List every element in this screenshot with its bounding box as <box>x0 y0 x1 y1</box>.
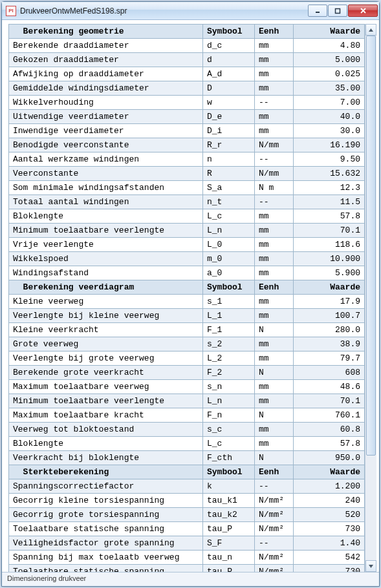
row-label: Bloklengte <box>9 437 203 451</box>
svg-marker-5 <box>369 565 373 568</box>
row-label: Veerweg tot bloktoestand <box>9 423 203 437</box>
row-unit: N/mm <box>255 167 294 181</box>
row-unit: -- <box>255 536 294 551</box>
statusbar: Dimensionering drukveer <box>2 572 379 586</box>
row-value: 40.0 <box>294 110 365 124</box>
row-value: 5.900 <box>294 266 365 280</box>
scroll-down-arrow[interactable] <box>365 560 376 572</box>
row-unit: mm <box>255 266 294 280</box>
row-value: 730 <box>294 565 365 572</box>
row-unit: mm <box>255 238 294 252</box>
row-value: 17.9 <box>294 295 365 309</box>
row-unit: -- <box>255 195 294 209</box>
row-label: Minimum toelaatbare veerlengte <box>9 224 203 238</box>
titlebar[interactable]: PI DrukveerOntwMetFedS198.spr <box>2 2 379 20</box>
row-symbol: S_F <box>203 536 255 551</box>
row-symbol: F_2 <box>203 366 255 380</box>
row-unit: N <box>255 366 294 380</box>
vertical-scrollbar[interactable] <box>365 24 376 572</box>
row-value: 5.000 <box>294 53 365 67</box>
row-symbol: A_d <box>203 67 255 81</box>
row-unit: mm <box>255 337 294 352</box>
row-value: 1.200 <box>294 479 365 494</box>
scroll-thumb[interactable] <box>366 36 376 456</box>
row-unit: mm <box>255 110 294 124</box>
row-label: Gecorrig grote torsiespanning <box>9 508 203 522</box>
window: PI DrukveerOntwMetFedS198.spr Berekening… <box>1 1 380 587</box>
row-value: 0.025 <box>294 67 365 81</box>
row-value: 7.00 <box>294 96 365 110</box>
row-symbol: L_0 <box>203 238 255 252</box>
row-label: Veerconstante <box>9 167 203 181</box>
row-label: Berekende draaddiameter <box>9 39 203 53</box>
row-symbol: L_c <box>203 209 255 224</box>
row-label: Toelaatbare statische spanning <box>9 522 203 536</box>
row-unit: mm <box>255 224 294 238</box>
col-symbol-header: Symbool <box>203 465 255 479</box>
row-symbol: s_1 <box>203 295 255 309</box>
maximize-button[interactable] <box>328 5 347 17</box>
row-symbol: s_n <box>203 380 255 394</box>
row-label: Maximum toelaatbare veerweg <box>9 380 203 394</box>
row-symbol: n <box>203 152 255 167</box>
minimize-button[interactable] <box>308 5 327 17</box>
row-unit: mm <box>255 81 294 96</box>
row-value: 608 <box>294 366 365 380</box>
row-value: 9.50 <box>294 152 365 167</box>
row-value: 38.9 <box>294 337 365 352</box>
row-value: 10.900 <box>294 252 365 266</box>
row-label: Toelaatbare statische spanning <box>9 565 203 572</box>
row-value: 730 <box>294 522 365 536</box>
row-label: Afwijking op draaddiameter <box>9 67 203 81</box>
row-label: Veiligheidsfactor grote spanning <box>9 536 203 551</box>
row-label: Berekende grote veerkracht <box>9 366 203 380</box>
row-label: Veerkracht bij bloklengte <box>9 451 203 465</box>
row-unit: mm <box>255 252 294 266</box>
row-symbol: d_c <box>203 39 255 53</box>
col-unit-header: Eenh <box>255 465 294 479</box>
table-scrollpane: Berekening geometrieSymboolEenhWaardeBer… <box>8 24 365 572</box>
row-symbol: tau_k2 <box>203 508 255 522</box>
row-symbol: D_i <box>203 124 255 138</box>
row-unit: N <box>255 408 294 423</box>
row-value: 16.190 <box>294 138 365 152</box>
row-symbol: tau_k1 <box>203 494 255 508</box>
app-icon: PI <box>6 6 16 16</box>
row-symbol: R <box>203 167 255 181</box>
row-symbol: D <box>203 81 255 96</box>
row-value: 118.6 <box>294 238 365 252</box>
row-value: 542 <box>294 551 365 565</box>
row-symbol: tau_P <box>203 565 255 572</box>
row-unit: N/mm <box>255 138 294 152</box>
row-label: Grote veerweg <box>9 337 203 352</box>
row-unit: mm <box>255 39 294 53</box>
data-table: Berekening geometrieSymboolEenhWaardeBer… <box>8 24 365 572</box>
col-unit-header: Eenh <box>255 25 294 39</box>
row-symbol: F_cth <box>203 451 255 465</box>
window-buttons <box>308 5 378 17</box>
close-button[interactable] <box>348 5 378 17</box>
row-unit: N/mm² <box>255 494 294 508</box>
row-unit: mm <box>255 53 294 67</box>
row-label: Vrije veerlengte <box>9 238 203 252</box>
row-symbol: s_2 <box>203 337 255 352</box>
svg-rect-1 <box>336 8 340 13</box>
row-symbol: F_n <box>203 408 255 423</box>
row-label: Uitwendige veerdiameter <box>9 110 203 124</box>
row-label: Kleine veerkracht <box>9 323 203 337</box>
row-symbol: L_n <box>203 224 255 238</box>
row-symbol: L_n <box>203 394 255 408</box>
row-unit: mm <box>255 209 294 224</box>
row-label: Spanningscorrectiefactor <box>9 479 203 494</box>
row-unit: N/mm² <box>255 565 294 572</box>
row-label: Gemiddelde windingsdiameter <box>9 81 203 96</box>
scroll-track[interactable] <box>365 36 376 560</box>
row-label: Totaal aantal windingen <box>9 195 203 209</box>
row-value: 48.6 <box>294 380 365 394</box>
row-unit: mm <box>255 437 294 451</box>
row-value: 520 <box>294 508 365 522</box>
row-unit: mm <box>255 309 294 323</box>
row-label: Kleine veerweg <box>9 295 203 309</box>
row-value: 15.632 <box>294 167 365 181</box>
scroll-up-arrow[interactable] <box>365 24 376 36</box>
